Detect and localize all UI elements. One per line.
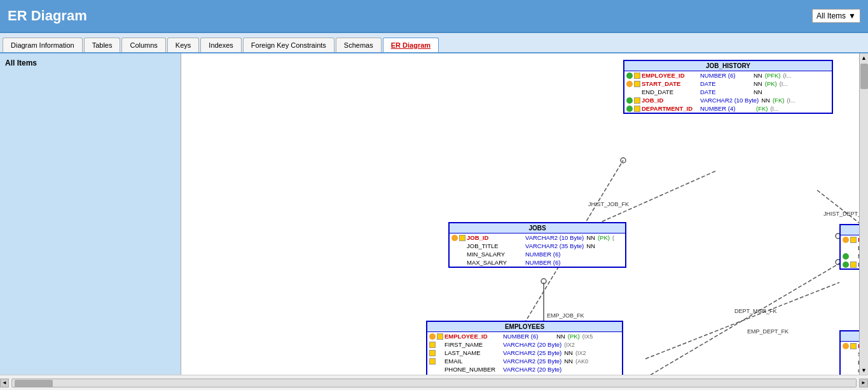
table-header-employees: EMPLOYEES (427, 322, 622, 332)
table-job-history[interactable]: JOB_HISTORY EMPLOYEE_ID NUMBER (6) NN (P… (623, 60, 833, 114)
scrollbar-thumb[interactable] (860, 64, 868, 89)
table-row: END_DATE DATE NN (624, 88, 832, 96)
key-icon (626, 97, 633, 104)
table-row: HIRE_DATE DATE NN (427, 373, 622, 375)
tab-bar: Diagram Information Tables Columns Keys … (0, 33, 868, 53)
col-icon (850, 237, 857, 243)
table-row: EMPLOYEE_ID NUMBER (6) NN (PK) (IX5 (427, 332, 622, 340)
table-row: MIN_SALARY NUMBER (6) (450, 250, 625, 258)
col-icon (634, 97, 640, 104)
all-items-dropdown[interactable]: All Items ▼ (812, 9, 860, 23)
tab-er-diagram[interactable]: ER Diagram (383, 38, 439, 52)
svg-text:JHIST_JOB_FK: JHIST_JOB_FK (588, 201, 629, 207)
key-icon (451, 235, 458, 241)
scroll-right-arrow[interactable]: ► (859, 379, 868, 387)
sidebar-all-items-label: All Items (5, 59, 37, 67)
tab-schemas[interactable]: Schemas (336, 38, 382, 52)
col-icon (634, 81, 640, 87)
table-header-jobs: JOBS (450, 223, 625, 233)
dropdown-arrow: ▼ (848, 11, 856, 20)
key-icon (843, 237, 849, 243)
table-row: MAX_SALARY NUMBER (6) (450, 258, 625, 267)
svg-text:EMP_DEPT_FK: EMP_DEPT_FK (747, 328, 789, 335)
col-icon (429, 342, 436, 348)
col-icon (437, 333, 443, 340)
tab-diagram-information[interactable]: Diagram Information (3, 38, 83, 52)
bottom-bar: ◄ ► (0, 375, 868, 390)
svg-line-6 (645, 263, 839, 375)
key-icon (843, 343, 849, 349)
col-icon (429, 358, 436, 365)
svg-text:EMP_JOB_FK: EMP_JOB_FK (547, 312, 584, 319)
key-icon (626, 106, 633, 112)
tab-tables[interactable]: Tables (84, 38, 121, 52)
col-icon (429, 350, 436, 356)
app-header: ER Diagram All Items ▼ (0, 0, 868, 33)
key-icon (626, 81, 633, 87)
key-icon (626, 73, 633, 79)
svg-point-19 (621, 158, 626, 163)
app-title: ER Diagram (8, 8, 87, 24)
main-content: All Items JHIST_JOB_FK JHIST_DEPT_FK EMP… (0, 53, 868, 375)
dropdown-label: All Items (816, 11, 846, 20)
table-row: EMAIL VARCHAR2 (25 Byte) NN (AK0 (427, 357, 622, 365)
table-row: FIRST_NAME VARCHAR2 (20 Byte) (IX2 (427, 340, 622, 349)
scroll-up-arrow[interactable]: ▲ (860, 53, 868, 62)
table-row: START_DATE DATE NN (PK) (I... (624, 80, 832, 88)
tab-columns[interactable]: Columns (121, 38, 165, 52)
key-icon (843, 253, 849, 260)
table-row: EMPLOYEE_ID NUMBER (6) NN (PFK) (I... (624, 71, 832, 80)
table-employees[interactable]: EMPLOYEES EMPLOYEE_ID NUMBER (6) NN (PK)… (426, 321, 623, 375)
col-icon (850, 343, 857, 349)
scroll-down-arrow[interactable]: ▼ (860, 366, 868, 375)
tab-foreign-key-constraints[interactable]: Foreign Key Constraints (243, 38, 334, 52)
table-row: LAST_NAME VARCHAR2 (25 Byte) NN (IX2 (427, 349, 622, 357)
svg-text:DEPT_MGR_FK: DEPT_MGR_FK (734, 308, 777, 314)
table-row: PHONE_NUMBER VARCHAR2 (20 Byte) (427, 365, 622, 373)
vertical-scrollbar[interactable]: ▲ ▼ (859, 53, 868, 375)
horizontal-scrollbar[interactable] (11, 379, 857, 387)
svg-point-18 (541, 279, 546, 284)
diagram-area[interactable]: JHIST_JOB_FK JHIST_DEPT_FK EMP_JOB_FK EM… (181, 53, 868, 375)
table-jobs[interactable]: JOBS JOB_ID VARCHAR2 (10 Byte) NN (PK) (… (448, 222, 626, 268)
key-icon (843, 261, 849, 268)
col-icon (459, 235, 465, 241)
tab-indexes[interactable]: Indexes (200, 38, 242, 52)
key-icon (429, 333, 436, 340)
svg-line-8 (645, 282, 839, 359)
table-row: JOB_TITLE VARCHAR2 (35 Byte) NN (450, 242, 625, 250)
table-row: DEPARTMENT_ID NUMBER (4) (FK) (I... (624, 104, 832, 113)
tab-keys[interactable]: Keys (167, 38, 199, 52)
scroll-left-arrow[interactable]: ◄ (0, 379, 9, 387)
hscrollbar-thumb[interactable] (15, 380, 53, 387)
table-row: JOB_ID VARCHAR2 (10 Byte) NN (FK) (I... (624, 96, 832, 104)
col-icon (634, 73, 640, 79)
table-header-job-history: JOB_HISTORY (624, 61, 832, 71)
col-icon (634, 106, 640, 112)
table-row: JOB_ID VARCHAR2 (10 Byte) NN (PK) ( (450, 233, 625, 242)
col-icon (850, 261, 857, 268)
sidebar: All Items (0, 53, 181, 375)
